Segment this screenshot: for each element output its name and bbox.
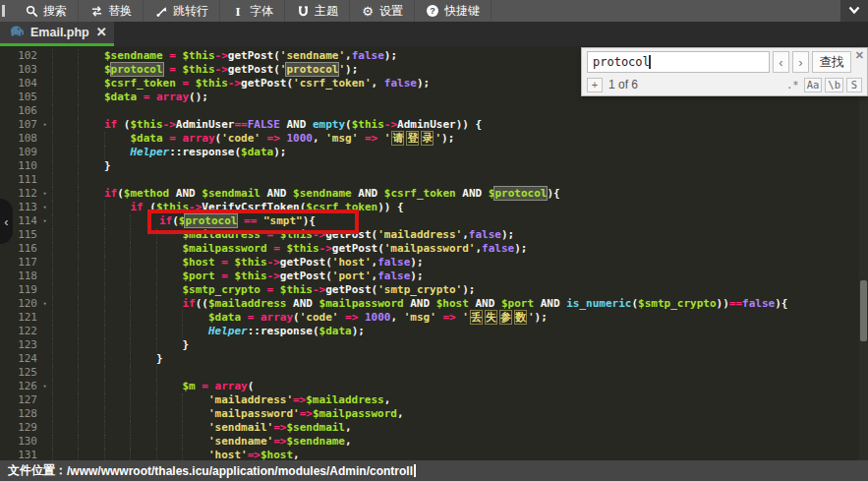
- line-number[interactable]: 129: [0, 421, 37, 435]
- code-editor[interactable]: 102$sendname = $this->getPost('sendname'…: [0, 46, 868, 460]
- code-line[interactable]: 109Helper::response($data);: [0, 146, 868, 159]
- code-line[interactable]: 116$mailpassword = $this->getPost('mailp…: [0, 242, 868, 256]
- find-next-button[interactable]: ›: [792, 51, 809, 73]
- fold-marker-icon[interactable]: ▾: [37, 118, 52, 132]
- code-token: 失: [485, 310, 497, 325]
- code-line[interactable]: 129'sendmail'=>$sendmail,: [0, 421, 868, 435]
- code-line[interactable]: 126▾$m = array(: [0, 380, 868, 393]
- scrollbar-track[interactable]: [859, 46, 868, 460]
- code-line[interactable]: 117$host = $this->getPost('host',false);: [0, 256, 868, 270]
- code-line[interactable]: 110}: [0, 159, 868, 173]
- line-number[interactable]: 111: [0, 173, 37, 187]
- code-token: ': [462, 311, 469, 324]
- line-number[interactable]: 121: [0, 311, 37, 325]
- code-token: AND: [293, 297, 313, 310]
- line-number[interactable]: 126: [0, 380, 37, 393]
- fold-marker-icon[interactable]: ▾: [37, 214, 52, 228]
- line-number[interactable]: 128: [0, 407, 37, 421]
- indent-guide: [156, 242, 182, 256]
- code-line[interactable]: 113▾if ($this->VerifyCsrfToken($csrf_tok…: [0, 201, 868, 214]
- selection-toggle[interactable]: S: [846, 78, 862, 92]
- line-number[interactable]: 118: [0, 270, 37, 283]
- code-token: AND: [541, 297, 560, 310]
- line-number[interactable]: 117: [0, 256, 37, 270]
- code-line[interactable]: 128'mailpassword'=>$mailpassword,: [0, 407, 868, 421]
- line-number[interactable]: 122: [0, 325, 37, 338]
- search-close-icon[interactable]: ✕: [855, 50, 864, 61]
- code-line[interactable]: 131'host'=>$host,: [0, 449, 868, 460]
- fold-marker-icon[interactable]: ▾: [37, 297, 52, 311]
- code-line[interactable]: 119$smtp_crypto = $this->getPost('smtp_c…: [0, 283, 868, 297]
- toolbar-more-button[interactable]: [840, 0, 868, 22]
- line-number[interactable]: 109: [0, 146, 37, 159]
- fold-marker-icon[interactable]: ▾: [37, 201, 52, 214]
- tab-close-icon[interactable]: ✕: [96, 27, 107, 38]
- search-icon: [25, 4, 38, 18]
- line-number[interactable]: 102: [0, 49, 37, 63]
- code-line[interactable]: 122Helper::response($data);: [0, 325, 868, 338]
- line-number[interactable]: 106: [0, 104, 37, 118]
- line-number[interactable]: 123: [0, 338, 37, 352]
- fold-marker-icon[interactable]: ▾: [37, 380, 52, 393]
- code-text: 'mailaddress'=>$mailaddress,: [52, 393, 868, 407]
- line-number[interactable]: 130: [0, 435, 37, 449]
- code-token: is_numeric: [566, 297, 631, 310]
- toggle-replace-button[interactable]: +: [587, 78, 603, 92]
- case-toggle[interactable]: Aa: [804, 78, 823, 92]
- word-toggle[interactable]: \b: [825, 78, 843, 92]
- code-line[interactable]: 125: [0, 366, 868, 380]
- code-text: $port = $this->getPost('port',false);: [52, 270, 868, 283]
- line-number[interactable]: 110: [0, 159, 37, 173]
- code-line[interactable]: 114▾if($protocol == "smpt"){: [0, 214, 868, 228]
- indent-guide: [130, 421, 155, 435]
- line-number[interactable]: 112: [0, 187, 37, 201]
- indent-guide: [52, 132, 78, 146]
- code-line[interactable]: 107▾if ($this->AdminUser==FALSE AND empt…: [0, 118, 868, 132]
- line-number[interactable]: 107: [0, 118, 37, 132]
- code-line[interactable]: 106: [0, 104, 868, 118]
- panel-collapse-handle[interactable]: ‹: [0, 199, 13, 244]
- code-line[interactable]: 112▾if($method AND $sendmail AND $sendna…: [0, 187, 868, 201]
- code-token: 1000: [365, 311, 391, 324]
- code-line[interactable]: 124}: [0, 352, 868, 366]
- code-line[interactable]: 108$data = array('code' => 1000, 'msg' =…: [0, 132, 868, 146]
- line-number[interactable]: 108: [0, 132, 37, 146]
- line-number[interactable]: 105: [0, 90, 37, 104]
- code-token: $m: [182, 380, 195, 392]
- tab-email-php[interactable]: Email.php ✕: [0, 22, 114, 43]
- line-number[interactable]: 127: [0, 393, 37, 407]
- fold-marker-icon[interactable]: ▾: [37, 187, 52, 201]
- toolbar-item-settings[interactable]: ⚙设置: [350, 0, 415, 22]
- line-number[interactable]: 124: [0, 352, 37, 366]
- regex-toggle[interactable]: .*: [784, 78, 801, 92]
- scrollbar-thumb[interactable]: [860, 280, 867, 341]
- code-line[interactable]: 111: [0, 173, 868, 187]
- code-line[interactable]: 123}: [0, 338, 868, 352]
- code-token: [482, 187, 489, 200]
- line-number[interactable]: 104: [0, 77, 37, 90]
- fold-spacer: [37, 77, 52, 90]
- line-number[interactable]: 120: [0, 297, 37, 311]
- code-token: $this: [352, 118, 384, 131]
- toolbar-item-search[interactable]: 搜索: [14, 0, 79, 22]
- code-line[interactable]: 121$data = array('code' => 1000, 'msg' =…: [0, 311, 868, 325]
- search-input[interactable]: [587, 51, 770, 73]
- find-button[interactable]: 查找: [812, 51, 851, 73]
- line-number[interactable]: 116: [0, 242, 37, 256]
- line-number[interactable]: 125: [0, 366, 37, 380]
- find-prev-button[interactable]: ‹: [773, 51, 789, 73]
- code-line[interactable]: 120▾if(($mailaddress AND $mailpassword A…: [0, 297, 868, 311]
- toolbar-item-goto-line[interactable]: 跳转行: [144, 0, 220, 22]
- code-line[interactable]: 115$mailaddress = $this->getPost('mailad…: [0, 228, 868, 242]
- line-number[interactable]: 103: [0, 63, 37, 77]
- toolbar-item-replace[interactable]: 替换: [79, 0, 144, 22]
- code-line[interactable]: 118$port = $this->getPost('port',false);: [0, 270, 868, 283]
- line-number[interactable]: 119: [0, 283, 37, 297]
- toolbar-item-font[interactable]: I字体: [220, 0, 285, 22]
- code-line[interactable]: 130'sendname'=>$sendname,: [0, 435, 868, 449]
- toolbar-item-theme[interactable]: 主题: [285, 0, 350, 22]
- line-number[interactable]: 131: [0, 449, 37, 460]
- toolbar-item-hotkeys[interactable]: ?快捷键: [415, 0, 492, 22]
- code-line[interactable]: 127'mailaddress'=>$mailaddress,: [0, 393, 868, 407]
- code-token: [430, 297, 436, 310]
